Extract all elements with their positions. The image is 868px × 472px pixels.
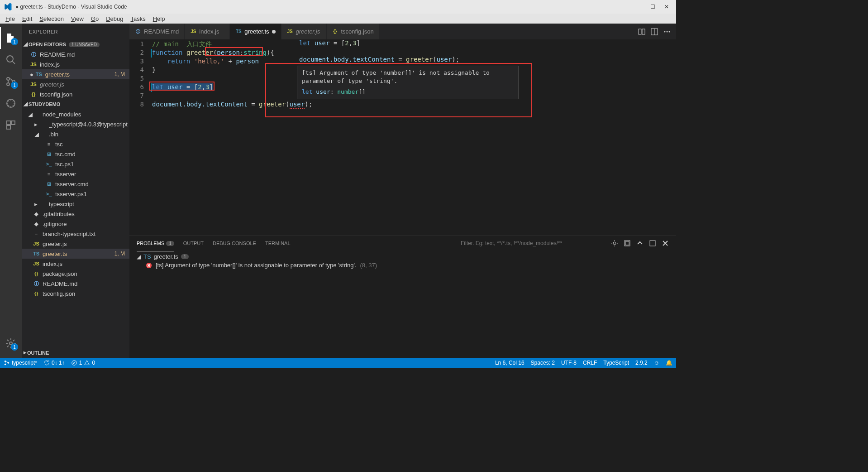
tree-item[interactable]: ▸typescript bbox=[22, 199, 129, 209]
outline-header[interactable]: ▸ OUTLINE bbox=[22, 348, 129, 358]
chevron-up-icon[interactable] bbox=[636, 240, 644, 247]
open-editor-item[interactable]: {}tsconfig.json bbox=[22, 89, 129, 99]
git-icon: ◆ bbox=[33, 210, 40, 217]
activity-extensions[interactable] bbox=[0, 114, 22, 136]
open-editors-header[interactable]: ◢ OPEN EDITORS 1 UNSAVED bbox=[22, 39, 129, 49]
txt-icon: ≡ bbox=[33, 230, 40, 237]
panel-tab-problems[interactable]: PROBLEMS1 bbox=[137, 239, 174, 248]
status-eol[interactable]: CRLF bbox=[583, 360, 597, 366]
problems-filter-input[interactable] bbox=[461, 240, 596, 246]
code[interactable]: // main 入口文件 function greeter(person:str… bbox=[152, 39, 312, 236]
activity-debug[interactable] bbox=[0, 92, 22, 114]
open-editor-item[interactable]: JSgreeter.js bbox=[22, 79, 129, 89]
tree-item[interactable]: ⓘREADME.md bbox=[22, 279, 129, 289]
menu-debug[interactable]: Debug bbox=[102, 15, 127, 23]
tree-item[interactable]: TSgreeter.ts1, M bbox=[22, 249, 129, 259]
open-editor-item[interactable]: JSindex.js bbox=[22, 59, 129, 69]
project-header[interactable]: ◢ STUDYDEMO bbox=[22, 99, 129, 109]
json-icon: {} bbox=[33, 290, 40, 297]
open-editor-item[interactable]: ⓘREADME.md bbox=[22, 49, 129, 59]
error-icon bbox=[71, 360, 77, 366]
gear-icon[interactable] bbox=[611, 240, 618, 247]
tree-item[interactable]: ◆.gitattributes bbox=[22, 209, 129, 219]
info-file-icon: ⓘ bbox=[135, 29, 141, 35]
tree-item[interactable]: ≡branch-typescript.txt bbox=[22, 229, 129, 239]
svg-point-3 bbox=[7, 83, 10, 86]
status-problems[interactable]: 1 0 bbox=[71, 360, 95, 366]
menu-go[interactable]: Go bbox=[87, 15, 102, 23]
menu-view[interactable]: View bbox=[67, 15, 87, 23]
tree-item[interactable]: JSindex.js bbox=[22, 259, 129, 269]
tree-item[interactable]: ≡tsserver bbox=[22, 169, 129, 179]
status-spaces[interactable]: Spaces: 2 bbox=[531, 360, 555, 366]
chevron-down-icon: ◢ bbox=[28, 111, 33, 118]
status-feedback[interactable]: ☺ bbox=[654, 360, 659, 366]
tree-item[interactable]: ▸_typescript@4.0.3@typescript bbox=[22, 119, 129, 129]
panel-tab-terminal[interactable]: TERMINAL bbox=[265, 239, 291, 248]
debug-icon bbox=[5, 98, 16, 109]
more-icon[interactable] bbox=[663, 28, 671, 35]
editor-tab[interactable]: JSgreeter.js bbox=[281, 24, 327, 39]
editor-tab[interactable]: JSindex.js bbox=[185, 24, 230, 39]
menu-edit[interactable]: Edit bbox=[19, 15, 36, 23]
problem-file-header[interactable]: ◢ TS greeter.ts 1 bbox=[129, 252, 676, 261]
compare-icon[interactable] bbox=[638, 28, 645, 35]
menu-help[interactable]: Help bbox=[149, 15, 169, 23]
status-cursor[interactable]: Ln 6, Col 16 bbox=[495, 360, 525, 366]
editor-tab[interactable]: TSgreeter.ts bbox=[230, 24, 281, 39]
minimap[interactable] bbox=[670, 39, 676, 236]
tree-item[interactable]: ⊞tsc.cmd bbox=[22, 149, 129, 159]
chevron-down-icon: ◢ bbox=[34, 131, 39, 138]
close-icon[interactable]: ✕ bbox=[664, 4, 669, 10]
tree-item[interactable]: ⊞tsserver.cmd bbox=[22, 179, 129, 189]
panel-tab-output[interactable]: OUTPUT bbox=[183, 239, 204, 248]
editor-body[interactable]: 12345678 // main 入口文件 function greeter(p… bbox=[129, 39, 676, 236]
tree-item[interactable]: >_tsc.ps1 bbox=[22, 159, 129, 169]
minimize-icon[interactable]: ─ bbox=[637, 4, 641, 10]
svg-point-17 bbox=[613, 242, 616, 245]
status-language[interactable]: TypeScript bbox=[603, 360, 629, 366]
line-number: 3 bbox=[129, 58, 152, 66]
maximize-panel-icon[interactable] bbox=[649, 240, 656, 247]
tree-item[interactable]: ≡tsc bbox=[22, 139, 129, 149]
menu-tasks[interactable]: Tasks bbox=[127, 15, 149, 23]
git-icon: ◆ bbox=[33, 220, 40, 227]
editor-tab[interactable]: {}tsconfig.json bbox=[327, 24, 380, 39]
status-encoding[interactable]: UTF-8 bbox=[561, 360, 577, 366]
status-notifications[interactable]: 🔔 bbox=[666, 360, 672, 366]
tree-item[interactable]: >_tsserver.ps1 bbox=[22, 189, 129, 199]
panel-tab-debug[interactable]: DEBUG CONSOLE bbox=[213, 239, 256, 248]
window-title: ● greeter.ts - StudyDemo - Visual Studio… bbox=[15, 4, 637, 10]
activity-scm[interactable]: 1 bbox=[0, 71, 22, 92]
svg-rect-7 bbox=[11, 121, 15, 125]
collapse-icon[interactable] bbox=[624, 240, 631, 247]
tree-item[interactable]: ◆.gitignore bbox=[22, 219, 129, 229]
tree-item[interactable]: ◢.bin bbox=[22, 129, 129, 139]
status-ts-version[interactable]: 2.9.2 bbox=[635, 360, 648, 366]
line-number: 5 bbox=[129, 75, 152, 83]
editor-tab[interactable]: ⓘREADME.md bbox=[129, 24, 185, 39]
maximize-icon[interactable]: ☐ bbox=[650, 4, 655, 10]
tab-bar: ⓘREADME.mdJSindex.jsTSgreeter.tsJSgreete… bbox=[129, 24, 676, 39]
hover-preview-line: document.body.textContent = greeter(user… bbox=[299, 56, 459, 64]
chevron-right-icon: ▸ bbox=[34, 201, 39, 207]
svg-point-22 bbox=[5, 361, 6, 362]
menu-file[interactable]: File bbox=[2, 15, 19, 23]
activity-search[interactable] bbox=[0, 49, 22, 71]
close-panel-icon[interactable] bbox=[662, 240, 669, 247]
problem-item[interactable]: [ts] Argument of type 'number[]' is not … bbox=[129, 261, 676, 270]
activity-explorer[interactable]: 1 bbox=[0, 27, 22, 49]
activity-settings[interactable]: 1 bbox=[0, 332, 22, 354]
status-sync[interactable]: 0↓ 1↑ bbox=[43, 360, 65, 366]
svg-point-24 bbox=[8, 362, 10, 364]
tree-item[interactable]: JSgreeter.js bbox=[22, 239, 129, 249]
tree-item[interactable]: {}tsconfig.json bbox=[22, 289, 129, 299]
chevron-right-icon: ▸ bbox=[34, 121, 39, 128]
tree-item[interactable]: {}package.json bbox=[22, 269, 129, 279]
menu-selection[interactable]: Selection bbox=[36, 15, 67, 23]
open-editor-item[interactable]: ●TSgreeter.ts1, M bbox=[22, 69, 129, 79]
split-icon[interactable] bbox=[651, 28, 658, 35]
status-branch[interactable]: typescript* bbox=[4, 360, 37, 366]
tree-item[interactable]: ◢node_modules bbox=[22, 109, 129, 119]
sidebar-title: EXPLORER bbox=[22, 24, 129, 39]
